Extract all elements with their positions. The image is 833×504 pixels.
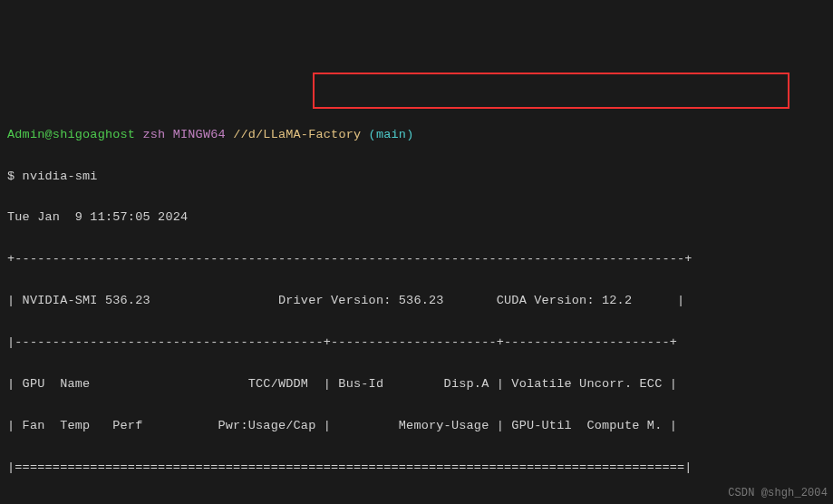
prompt-shell-suffix: MINGW64 [165, 128, 233, 141]
command-text: nvidia-smi [23, 170, 98, 183]
shell-prompt-line: Admin@shigoaghost zsh MINGW64 //d/LLaMA-… [7, 125, 826, 146]
watermark-text: CSDN @shgh_2004 [728, 484, 828, 502]
header-versions: | NVIDIA-SMI 536.23 Driver Version: 536.… [7, 291, 826, 312]
sep-double: |=======================================… [7, 458, 826, 479]
process-table: | 0 N/A N/A 1268 C+G C:\Windows\System32… [7, 499, 826, 505]
table-row: | 0 N/A N/A 1268 C+G C:\Windows\System32… [7, 499, 826, 505]
border-top: +---------------------------------------… [7, 249, 826, 270]
terminal-window[interactable]: Admin@shigoaghost zsh MINGW64 //d/LLaMA-… [0, 83, 833, 504]
prompt-branch: (main) [361, 128, 413, 141]
prompt-cwd: //d/LLaMA-Factory [233, 128, 361, 141]
prompt-user-host: Admin@shigoaghost [7, 128, 135, 141]
sep-mid: |---------------------------------------… [7, 333, 826, 354]
command-line: $ nvidia-smi [7, 167, 826, 188]
prompt-symbol: $ [7, 170, 23, 183]
timestamp-line: Tue Jan 9 11:57:05 2024 [7, 208, 826, 228]
prompt-shell: zsh [142, 128, 165, 141]
col-head-1: | GPU Name TCC/WDDM | Bus-Id Disp.A | Vo… [7, 374, 826, 395]
col-head-2: | Fan Temp Perf Pwr:Usage/Cap | Memory-U… [7, 416, 826, 437]
